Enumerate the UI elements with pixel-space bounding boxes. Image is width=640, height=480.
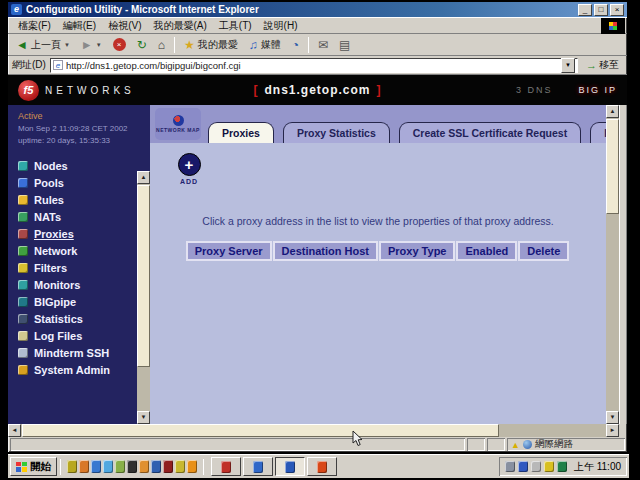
address-url[interactable]: http://dns1.getop.com/bigipgui/bigconf.c… xyxy=(66,60,561,71)
scroll-down-icon[interactable]: ▼ xyxy=(606,411,619,424)
hostname: dns1.getop.com xyxy=(264,83,370,97)
sidebar-item-rules[interactable]: Rules xyxy=(18,191,137,208)
tray-icon-tray-5[interactable] xyxy=(557,461,567,472)
tray-icon-tray-3[interactable] xyxy=(531,461,541,472)
sidebar-item-system-admin[interactable]: System Admin xyxy=(18,361,137,378)
taskbar: 開始 上午 11:00 xyxy=(8,454,629,478)
sidebar-item-icon xyxy=(18,178,28,188)
content-area: NETWORK MAP ProxiesProxy StatisticsCreat… xyxy=(150,105,606,424)
sidebar-item-nats[interactable]: NATs xyxy=(18,208,137,225)
menu-item[interactable]: 檢視(V) xyxy=(102,18,147,34)
main-area: Active Mon Sep 2 11:09:28 CET 2002 uptim… xyxy=(8,105,627,424)
history-button[interactable]: ◔ xyxy=(288,38,303,52)
quicklaunch-icon-quicklaunch-9[interactable] xyxy=(163,460,173,473)
sidebar-item-network[interactable]: Network xyxy=(18,242,137,259)
scroll-up-icon[interactable]: ▲ xyxy=(137,171,150,184)
address-dropdown-icon[interactable]: ▼ xyxy=(561,58,575,73)
sidebar-item-nodes[interactable]: Nodes xyxy=(18,157,137,174)
sidebar-item-icon xyxy=(18,263,28,273)
quicklaunch-icon-quicklaunch-1[interactable] xyxy=(67,460,77,473)
network-map-label: NETWORK MAP xyxy=(156,127,200,133)
alert-icon: ▲ xyxy=(511,440,520,450)
quicklaunch-icon-quicklaunch-5[interactable] xyxy=(115,460,125,473)
sidebar-item-label: Rules xyxy=(34,194,64,206)
forward-dropdown-icon[interactable]: ▼ xyxy=(96,42,102,48)
tray-icon-tray-2[interactable] xyxy=(518,461,528,472)
start-button[interactable]: 開始 xyxy=(10,457,57,476)
task-button-task-2[interactable] xyxy=(243,457,273,476)
sidebar-item-monitors[interactable]: Monitors xyxy=(18,276,137,293)
sidebar-item-bigpipe[interactable]: BIGpipe xyxy=(18,293,137,310)
menu-item[interactable]: 工具(T) xyxy=(213,18,258,34)
network-map-button[interactable]: NETWORK MAP xyxy=(155,108,201,140)
tab-proxy-statistics[interactable]: Proxy Statistics xyxy=(283,122,390,143)
window-horizontal-scrollbar[interactable]: ◄ ► xyxy=(8,424,619,437)
print-button[interactable]: ▤ xyxy=(335,38,354,52)
sidebar-item-proxies[interactable]: Proxies xyxy=(18,225,137,242)
mouse-cursor xyxy=(352,430,364,448)
go-button[interactable]: → 移至 xyxy=(582,58,623,72)
sidebar-scroll-thumb[interactable] xyxy=(137,185,150,367)
tray-icon-tray-1[interactable] xyxy=(505,461,515,472)
banner-nav-item-bigip[interactable]: BIG IP xyxy=(578,85,617,95)
menu-item[interactable]: 我的最愛(A) xyxy=(147,18,212,34)
add-icon: + xyxy=(178,153,201,176)
quicklaunch-icon-quicklaunch-7[interactable] xyxy=(139,460,149,473)
sidebar-item-icon xyxy=(18,297,28,307)
status-mini-panel xyxy=(487,438,505,451)
tray-icon-tray-4[interactable] xyxy=(544,461,554,472)
home-button[interactable]: ⌂ xyxy=(154,38,169,52)
quicklaunch-icon-quicklaunch-11[interactable] xyxy=(187,460,197,473)
banner-nav-item-3dns[interactable]: 3 DNS xyxy=(516,85,553,95)
scroll-up-icon[interactable]: ▲ xyxy=(606,105,619,118)
mail-button[interactable]: ✉ xyxy=(314,38,332,52)
bracket-close: ] xyxy=(377,83,382,97)
quicklaunch-icon-quicklaunch-3[interactable] xyxy=(91,460,101,473)
horizontal-scroll-thumb[interactable] xyxy=(22,424,499,437)
sidebar-item-filters[interactable]: Filters xyxy=(18,259,137,276)
minimize-button[interactable]: _ xyxy=(578,4,592,16)
favorites-button[interactable]: ★ 我的最愛 xyxy=(180,37,242,53)
vertical-scroll-thumb[interactable] xyxy=(606,119,619,214)
sidebar-item-icon xyxy=(18,161,28,171)
scroll-right-icon[interactable]: ► xyxy=(606,424,619,437)
forward-button[interactable]: ► ▼ xyxy=(77,38,106,52)
quicklaunch-icon-quicklaunch-10[interactable] xyxy=(175,460,185,473)
windows-logo-icon xyxy=(16,462,27,472)
sidebar-item-pools[interactable]: Pools xyxy=(18,174,137,191)
sidebar-item-statistics[interactable]: Statistics xyxy=(18,310,137,327)
tab-create-ssl-certificate-request[interactable]: Create SSL Certificate Request xyxy=(399,122,581,143)
sidebar-item-mindterm-ssh[interactable]: Mindterm SSH xyxy=(18,344,137,361)
scroll-left-icon[interactable]: ◄ xyxy=(8,424,21,437)
menu-item[interactable]: 說明(H) xyxy=(258,18,304,34)
address-field[interactable]: e http://dns1.getop.com/bigipgui/bigconf… xyxy=(50,58,578,73)
tab-install-ssl-certificate[interactable]: Install SSL Certif xyxy=(590,122,606,143)
tab-proxies[interactable]: Proxies xyxy=(208,122,274,143)
task-button-task-1[interactable] xyxy=(211,457,241,476)
menu-item[interactable]: 編輯(E) xyxy=(57,18,102,34)
stop-button[interactable]: × xyxy=(109,37,130,52)
quicklaunch-icon-quicklaunch-4[interactable] xyxy=(103,460,113,473)
sidebar-item-icon xyxy=(18,314,28,324)
sidebar-scrollbar[interactable]: ▲ ▼ xyxy=(137,171,150,424)
close-button[interactable]: × xyxy=(610,4,624,16)
forward-icon: ► xyxy=(81,39,93,51)
refresh-button[interactable]: ↻ xyxy=(133,38,151,52)
title-bar[interactable]: e Configuration Utility - Microsoft Inte… xyxy=(8,2,627,17)
back-button[interactable]: ◄ 上一頁 ▼ xyxy=(12,37,74,53)
task-button-task-4[interactable] xyxy=(307,457,337,476)
sidebar-item-icon xyxy=(18,331,28,341)
scroll-down-icon[interactable]: ▼ xyxy=(137,411,150,424)
task-button-task-3[interactable] xyxy=(275,457,305,476)
restore-button[interactable]: □ xyxy=(594,4,608,16)
back-dropdown-icon[interactable]: ▼ xyxy=(64,42,70,48)
quicklaunch-icon-quicklaunch-2[interactable] xyxy=(79,460,89,473)
quicklaunch-icon-quicklaunch-6[interactable] xyxy=(127,460,137,473)
quicklaunch-icon-quicklaunch-8[interactable] xyxy=(151,460,161,473)
proxy-table: Proxy ServerDestination HostProxy TypeEn… xyxy=(150,241,606,261)
menu-item[interactable]: 檔案(F) xyxy=(12,18,57,34)
add-proxy-button[interactable]: + ADD xyxy=(166,153,212,185)
window-vertical-scrollbar[interactable]: ▲ ▼ xyxy=(606,105,619,424)
sidebar-item-log-files[interactable]: Log Files xyxy=(18,327,137,344)
media-button[interactable]: ♫ 媒體 xyxy=(245,37,285,53)
